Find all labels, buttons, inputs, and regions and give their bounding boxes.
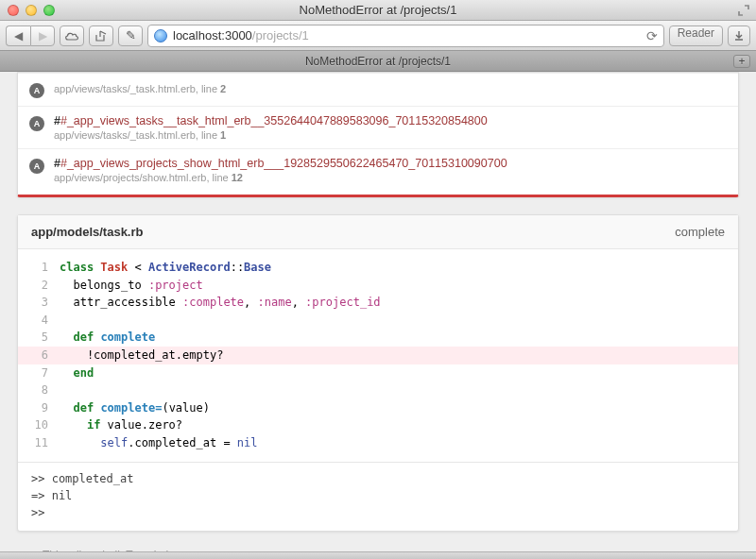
browser-toolbar: ◀ ▶ ✎ localhost:3000/projects/1 ⟳ Reader (0, 21, 756, 51)
stack-trace-card: A app/views/tasks/_task.html.erb, line 2… (17, 72, 739, 197)
tab-title[interactable]: NoMethodError at /projects/1 (305, 55, 451, 68)
code-line: 5 def complete (18, 329, 738, 347)
trace-badge-icon: A (29, 83, 44, 98)
share-button[interactable] (89, 25, 113, 46)
trace-subtitle: app/views/tasks/_task.html.erb, line 1 (54, 129, 488, 141)
code-line: 10 if value.zero? (18, 416, 738, 434)
address-bar[interactable]: localhost:3000/projects/1 ⟳ (147, 25, 664, 47)
source-card: app/models/task.rb complete 1class Task … (17, 214, 739, 532)
reader-button[interactable]: Reader (669, 25, 723, 46)
repl-line: => nil (31, 487, 725, 504)
window-titlebar: NoMethodError at /projects/1 (0, 0, 756, 21)
source-header: app/models/task.rb complete (18, 215, 738, 249)
code-line: 3 attr_accessible :complete, :name, :pro… (18, 294, 738, 312)
fullscreen-icon[interactable] (737, 4, 750, 17)
trace-row[interactable]: A ##_app_views_projects_show_html_erb___… (18, 148, 738, 191)
source-file: app/models/task.rb (31, 225, 143, 239)
code-line: 8 (18, 381, 738, 399)
hint-icon: ▲ (25, 550, 35, 551)
code-line: 4 (18, 312, 738, 330)
trace-row[interactable]: A ##_app_views_tasks__task_html_erb__355… (18, 106, 738, 148)
new-tab-button[interactable]: + (733, 55, 750, 68)
site-icon (154, 29, 167, 42)
page-viewport[interactable]: A app/views/tasks/_task.html.erb, line 2… (0, 72, 756, 551)
trace-subtitle: app/views/tasks/_task.html.erb, line 2 (54, 83, 226, 94)
minimize-window-button[interactable] (26, 5, 37, 16)
repl-line: >> (31, 504, 725, 521)
trace-subtitle: app/views/projects/show.html.erb, line 1… (54, 172, 507, 183)
code-line: 2 belongs_to :project (18, 277, 738, 295)
cloud-icon (64, 31, 79, 41)
browser-tabbar: NoMethodError at /projects/1 + (0, 51, 756, 72)
trace-title: ##_app_views_tasks__task_html_erb__35526… (54, 114, 488, 127)
code-line: 6 !completed_at.empty? (18, 347, 738, 364)
close-window-button[interactable] (8, 5, 19, 16)
window-title: NoMethodError at /projects/1 (300, 3, 457, 17)
trace-badge-icon: A (29, 159, 44, 174)
download-icon (733, 30, 745, 42)
nav-buttons: ◀ ▶ (6, 25, 55, 46)
trace-row[interactable]: A app/views/tasks/_task.html.erb, line 2 (18, 73, 738, 106)
code-line: 11 self.completed_at = nil (18, 434, 738, 452)
hint-text: This a live shell. Type in here. (43, 549, 192, 551)
zoom-window-button[interactable] (43, 5, 55, 16)
code-line: 9 def complete=(value) (18, 399, 738, 417)
code-line: 1class Task < ActiveRecord::Base (18, 259, 738, 277)
repl-line: >> completed_at (31, 470, 725, 487)
repl[interactable]: >> completed_at=> nil>> (18, 462, 738, 531)
share-icon (94, 30, 108, 42)
back-button[interactable]: ◀ (6, 25, 30, 46)
downloads-button[interactable] (728, 25, 750, 46)
reload-button[interactable]: ⟳ (646, 28, 658, 43)
source-method: complete (675, 225, 725, 239)
window-statusbar (0, 551, 756, 559)
source-code: 1class Task < ActiveRecord::Base2 belong… (18, 249, 738, 462)
trace-title: ##_app_views_projects_show_html_erb___19… (54, 157, 507, 170)
forward-button[interactable]: ▶ (30, 25, 55, 46)
trace-badge-icon: A (29, 116, 44, 131)
dev-button[interactable]: ✎ (118, 25, 143, 46)
code-line: 7 end (18, 364, 738, 382)
icloud-button[interactable] (60, 25, 84, 46)
url-text: localhost:3000/projects/1 (173, 28, 309, 42)
